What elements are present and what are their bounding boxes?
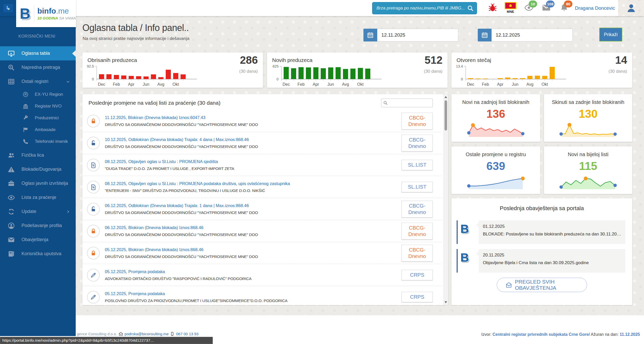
scroll-up-arrow[interactable] bbox=[445, 96, 447, 98]
quick-search-input[interactable] bbox=[372, 6, 467, 11]
sidebar-item-telefonski-imenik[interactable]: Telefonski imenik bbox=[0, 136, 76, 147]
row-source-tag[interactable]: CRPS bbox=[402, 270, 433, 280]
stat-card-value: 286 bbox=[240, 54, 258, 66]
row-link[interactable]: 08.12.2025, Objavljen oglas u Sl.Listu :… bbox=[105, 181, 402, 186]
sidebar-item-ostali-registri[interactable]: Ostali registri bbox=[0, 74, 76, 89]
sidebar-item-label: Podešavanje profila bbox=[21, 223, 62, 228]
row-icon-circle bbox=[87, 291, 100, 304]
date-from-input[interactable] bbox=[377, 29, 458, 41]
sidebar-item-preduzetnici[interactable]: Preduzetnici bbox=[0, 112, 76, 124]
svg-text:825: 825 bbox=[273, 64, 279, 68]
date-to-calendar-button[interactable] bbox=[478, 29, 492, 41]
sidebar-item-podesavanje-profila[interactable]: Podešavanje profila bbox=[0, 219, 76, 233]
source-registry-link[interactable]: Centralni registar privrednih subjekata … bbox=[493, 332, 590, 337]
sidebar-item-label: Oglasna tabla bbox=[21, 51, 50, 56]
user-circle-icon bbox=[8, 222, 15, 229]
stat-card-value: 14 bbox=[615, 54, 627, 66]
row-source-tag[interactable]: CBCG-Dnevno bbox=[402, 245, 433, 262]
envelope-open-icon bbox=[506, 281, 512, 289]
sidebar-item-ambasade[interactable]: Ambasade bbox=[0, 124, 76, 136]
view-all-notifications-button[interactable]: PREGLED SVIH OBAVJEŠTENJA bbox=[497, 278, 587, 292]
row-link[interactable]: 08.12.2025, Objavljen oglas u Sl.Listu :… bbox=[105, 159, 402, 164]
sidebar-item-blokade-dugovanja[interactable]: Blokade/Dugovanja bbox=[0, 162, 76, 176]
scrollbar-thumb[interactable] bbox=[445, 100, 447, 131]
briefcase-icon bbox=[8, 180, 15, 187]
svg-text:Okt: Okt bbox=[542, 82, 548, 87]
show-button[interactable]: Prikaži bbox=[599, 28, 622, 41]
sidebar-item-lista-za-pracenje[interactable]: Lista za praćenje bbox=[0, 190, 76, 205]
row-source-tag[interactable]: SL.LIST bbox=[402, 160, 433, 170]
scroll-down-arrow[interactable] bbox=[445, 301, 447, 303]
sidebar-item-registar-nvo[interactable]: Registar NVO bbox=[0, 100, 76, 112]
row-company: ADVOKATSKO ORTAČKO DRUŠTVO "RASPOPOVIĆ I… bbox=[105, 276, 402, 281]
row-link[interactable]: 06.12.2025, Odblokiran (Dnevna blokada) … bbox=[105, 203, 402, 208]
quick-search[interactable] bbox=[372, 2, 477, 14]
bankruptcy-chart: 13.40DecFebAprJunAvgOkt bbox=[454, 64, 572, 88]
svg-text:Feb: Feb bbox=[482, 82, 489, 87]
row-link[interactable]: 10.12.2025, Odblokiran (Dnevna blokada) … bbox=[105, 137, 402, 142]
current-user-name[interactable]: Dragana Doncevic bbox=[575, 0, 615, 16]
alerts-indicator[interactable]: 80 bbox=[560, 3, 569, 12]
language-flag-mne[interactable]: MNE bbox=[503, 2, 518, 14]
sidebar-item-update[interactable]: Update bbox=[0, 205, 76, 219]
app-logo[interactable]: B binfo.me 10 GODINA SA VAMA bbox=[16, 0, 76, 27]
sidebar-item-label: Obavještenja bbox=[21, 237, 48, 242]
unlock-icon bbox=[90, 206, 96, 212]
sidebar-item-oglasi-izvrsitelja[interactable]: Oglasi javnih izvršitelja bbox=[0, 176, 76, 190]
book-icon bbox=[8, 250, 15, 257]
sidebar-item-label: EX-YU Region bbox=[35, 92, 63, 97]
svg-text:Jun: Jun bbox=[512, 82, 518, 87]
row-icon-circle bbox=[87, 225, 100, 238]
stat-card-deleted-companies: Obrisanih preduzeca 286 (30 dana) 92.50D… bbox=[82, 52, 263, 88]
notification-bubble: 01.12.2025 BLOKADE: Postavljene su liste… bbox=[479, 220, 625, 244]
row-source-tag[interactable]: CBCG-Dnevno bbox=[402, 113, 433, 130]
row-source-tag[interactable]: CBCG-Dnevno bbox=[402, 223, 433, 240]
sidebar-item-exyu-region[interactable]: R EX-YU Region bbox=[0, 89, 76, 100]
notification-item[interactable]: B 01.12.2025 BLOKADE: Postavljene su lis… bbox=[457, 220, 625, 244]
watchlist-scrollbar[interactable] bbox=[443, 94, 448, 305]
sidebar: KORISNIČKI MENI Oglasna tabla Napredna p… bbox=[0, 16, 76, 336]
document-icon bbox=[90, 162, 96, 168]
tagline-bold: 10 GODINA bbox=[37, 16, 58, 20]
row-source-tag[interactable]: SL.LIST bbox=[402, 182, 433, 192]
row-source-tag[interactable]: CBCG-Dnevno bbox=[402, 201, 433, 218]
row-company: DRUŠTVO SA OGRANIČENOM ODGOVORNOŠĆU "YAC… bbox=[105, 232, 402, 237]
brand-tagline: 10 GODINA SA VAMA bbox=[37, 16, 76, 20]
stat-card-bankruptcy: Otvoren stečaj 14 (30 dana) 13.40DecFebA… bbox=[451, 52, 632, 88]
watchlist-indicator[interactable]: 10 bbox=[524, 3, 534, 12]
sidebar-item-korisnicka-uputstva[interactable]: Korisnička uputstva bbox=[0, 247, 76, 261]
svg-text:Okt: Okt bbox=[357, 82, 364, 87]
date-to-input[interactable] bbox=[492, 29, 573, 41]
messages-indicator[interactable]: 108 bbox=[542, 3, 551, 12]
page-title: Oglasna tabla / Info panel.. bbox=[82, 23, 189, 33]
sidebar-item-oglasna-tabla[interactable]: Oglasna tabla bbox=[0, 46, 76, 60]
watchlist-search-input[interactable] bbox=[389, 99, 432, 107]
collapse-sidebar-button[interactable]: ↳ bbox=[3, 4, 13, 12]
removed-blocked-sparkline bbox=[544, 118, 632, 140]
sidebar-item-label: Napredna pretraga bbox=[21, 65, 60, 70]
chevron-down-icon bbox=[66, 80, 70, 84]
watchlist-title: Poslednje promjene na vašoj listi za pra… bbox=[88, 100, 220, 106]
sidebar-item-napredna-pretraga[interactable]: Napredna pretraga bbox=[0, 60, 76, 74]
user-menu-button[interactable] bbox=[618, 0, 644, 16]
date-from-calendar-button[interactable] bbox=[363, 29, 377, 41]
row-link[interactable]: 05.12.2025, Promjena podataka bbox=[105, 291, 402, 296]
row-source-tag[interactable]: CBCG-Dnevno bbox=[402, 135, 433, 152]
dashboard-icon bbox=[8, 50, 15, 57]
notification-item[interactable]: B 20.11.2025 Objavljene Bijela i Crna li… bbox=[457, 249, 625, 273]
support-phone-link[interactable]: 067 00 13 93 bbox=[176, 332, 198, 336]
row-text: 08.12.2025, Objavljen oglas u Sl.Listu :… bbox=[105, 181, 402, 193]
row-link[interactable]: 05.12.2025, Blokiran (Dnevna blokada) Iz… bbox=[105, 247, 402, 252]
bug-report-icon[interactable] bbox=[488, 3, 497, 12]
row-link[interactable]: 05.12.2025, Promjena podataka bbox=[105, 269, 402, 274]
row-source-tag[interactable]: CRPS bbox=[402, 292, 433, 302]
watchlist-search[interactable] bbox=[381, 99, 433, 107]
support-email-link[interactable]: podrska@biconsulting.me bbox=[125, 332, 169, 336]
svg-text:Avg: Avg bbox=[157, 82, 164, 87]
row-link[interactable]: 11.12.2025, Blokiran (Dnevna blokada) Iz… bbox=[105, 115, 402, 120]
search-icon[interactable] bbox=[467, 5, 474, 12]
row-link[interactable]: 06.12.2025, Blokiran (Dnevna blokada) Iz… bbox=[105, 225, 402, 230]
sidebar-item-obavjestenja[interactable]: Obavještenja bbox=[0, 233, 76, 247]
status-url: https://portal.binfo.me/novi/admin.php?p… bbox=[2, 338, 154, 343]
sidebar-item-fizicka-lica[interactable]: Fizička lica bbox=[0, 148, 76, 162]
